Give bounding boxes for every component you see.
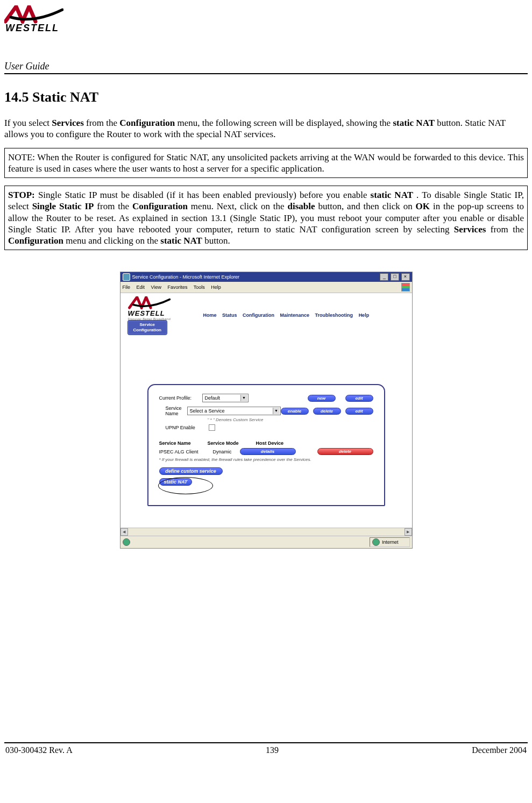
- text: from the: [491, 224, 524, 234]
- logo-swoosh-icon: [128, 296, 171, 309]
- text-bold: Configuration: [8, 236, 63, 246]
- select-value: Select a Service: [190, 408, 225, 414]
- text-bold: disable: [288, 201, 315, 211]
- nav-status[interactable]: Status: [222, 312, 237, 318]
- internet-zone-icon: [372, 538, 380, 546]
- section-heading: 14.5 Static NAT: [4, 89, 528, 105]
- upnp-enable-checkbox[interactable]: [209, 424, 215, 431]
- text-bold: OK: [416, 201, 430, 211]
- current-profile-select[interactable]: Default: [202, 394, 249, 402]
- globe-icon: [123, 538, 130, 546]
- details-button[interactable]: details: [240, 448, 296, 455]
- page-logo-text: WESTELL: [128, 309, 198, 317]
- custom-service-note: " * " Denotes Custom Service: [208, 417, 373, 422]
- delete-row-button[interactable]: delete: [317, 448, 373, 455]
- window-title: Service Configuration - Microsoft Intern…: [132, 274, 240, 280]
- nav-configuration[interactable]: Configuration: [243, 312, 274, 318]
- horizontal-scrollbar[interactable]: [120, 528, 412, 536]
- window-menubar: File Edit View Favorites Tools Help: [120, 282, 412, 293]
- footer-left: 030-300432 Rev. A: [5, 745, 73, 755]
- text: menu. Next, click on the: [191, 201, 288, 211]
- menu-tools[interactable]: Tools: [194, 285, 205, 290]
- service-name-select[interactable]: Select a Service: [187, 407, 281, 415]
- table-row: IPSEC ALG Client Dynamic details delete: [159, 448, 373, 455]
- text: If you select: [4, 118, 52, 128]
- nav-troubleshooting[interactable]: Troubleshooting: [315, 312, 353, 318]
- td-service-mode: Client: [186, 449, 213, 454]
- text-bold: Services: [454, 224, 486, 234]
- text: Single Static IP must be disabled (if it…: [38, 190, 371, 200]
- stop-lead: STOP:: [8, 190, 35, 200]
- th-service-mode: Service Mode: [208, 440, 256, 446]
- text-bold: Configuration: [132, 201, 188, 211]
- text-bold: Configuration: [119, 118, 175, 128]
- intro-paragraph: If you select Services from the Configur…: [4, 117, 528, 140]
- maximize-icon[interactable]: □: [391, 273, 399, 281]
- edit-button-2[interactable]: edit: [345, 408, 373, 415]
- service-table-header: Service Name Service Mode Host Device: [159, 440, 373, 446]
- menu-edit[interactable]: Edit: [137, 285, 145, 290]
- windows-flag-icon: [401, 283, 410, 292]
- text: from the: [97, 201, 132, 211]
- td-service-name: IPSEC ALG: [159, 449, 186, 454]
- close-icon[interactable]: ×: [401, 273, 410, 281]
- nav-home[interactable]: Home: [203, 312, 217, 318]
- footer-center: 139: [266, 745, 279, 755]
- note-text: NOTE: When the Router is configured for …: [8, 152, 524, 174]
- current-profile-label: Current Profile:: [159, 395, 202, 401]
- text: menu, the following screen will be displ…: [178, 118, 393, 128]
- crumb-line: Configuration: [133, 328, 161, 333]
- westell-logo: WESTELL: [4, 5, 63, 34]
- screenshot-window: Service Configuration - Microsoft Intern…: [120, 272, 413, 549]
- th-service-name: Service Name: [159, 440, 208, 446]
- ie-icon: [123, 273, 130, 281]
- zone-label: Internet: [382, 539, 399, 545]
- th-host-device: Host Device: [256, 440, 304, 446]
- nav-help[interactable]: Help: [359, 312, 370, 318]
- new-button[interactable]: new: [308, 395, 336, 402]
- crumb-line: Service: [133, 322, 161, 328]
- service-name-label: Service Name: [166, 406, 187, 416]
- select-value: Default: [205, 395, 221, 401]
- page-footer: 030-300432 Rev. A 139 December 2004: [4, 743, 528, 755]
- text-bold: static NAT: [371, 190, 413, 200]
- header-rule: [4, 73, 528, 74]
- menu-favorites[interactable]: Favorites: [167, 285, 187, 290]
- page-logo: WESTELL Discover Better Broadband: [128, 296, 198, 321]
- text: button.: [204, 236, 230, 246]
- text: button, and then click on: [318, 201, 416, 211]
- annotation-circle: [158, 477, 213, 494]
- service-config-panel: Current Profile: Default new edit Servic…: [147, 384, 385, 506]
- window-titlebar: Service Configuration - Microsoft Intern…: [120, 272, 412, 282]
- text: from the: [86, 118, 119, 128]
- text-bold: Single Static IP: [32, 201, 94, 211]
- header-title: User Guide: [4, 61, 528, 72]
- logo-text: WESTELL: [4, 23, 63, 34]
- define-custom-service-button[interactable]: define custom service: [159, 467, 223, 475]
- window-statusbar: Internet: [120, 536, 412, 548]
- td-host-device: Dynamic: [213, 449, 240, 454]
- stop-box: STOP: Single Static IP must be disabled …: [4, 186, 528, 250]
- enable-button[interactable]: enable: [281, 408, 309, 415]
- menu-view[interactable]: View: [151, 285, 161, 290]
- note-box: NOTE: When the Router is configured for …: [4, 148, 528, 179]
- top-nav: Home Status Configuration Maintenance Tr…: [203, 296, 405, 318]
- footer-right: December 2004: [472, 745, 527, 755]
- edit-button[interactable]: edit: [345, 395, 373, 402]
- text-bold: Services: [52, 118, 83, 128]
- security-zone: Internet: [370, 537, 410, 547]
- nav-maintenance[interactable]: Maintenance: [280, 312, 310, 318]
- logo-swoosh-icon: [4, 5, 63, 24]
- text: menu and clicking on the: [66, 236, 160, 246]
- upnp-enable-label: UPNP Enable: [166, 425, 209, 430]
- minimize-icon[interactable]: _: [380, 273, 388, 281]
- menu-help[interactable]: Help: [211, 285, 221, 290]
- menu-file[interactable]: File: [123, 285, 131, 290]
- text-bold: static NAT: [160, 236, 202, 246]
- firewall-note: * If your firewall is enabled, the firew…: [159, 457, 373, 462]
- delete-button[interactable]: delete: [313, 408, 341, 415]
- text-bold: static NAT: [393, 118, 435, 128]
- breadcrumb-service-configuration[interactable]: Service Configuration: [128, 321, 167, 335]
